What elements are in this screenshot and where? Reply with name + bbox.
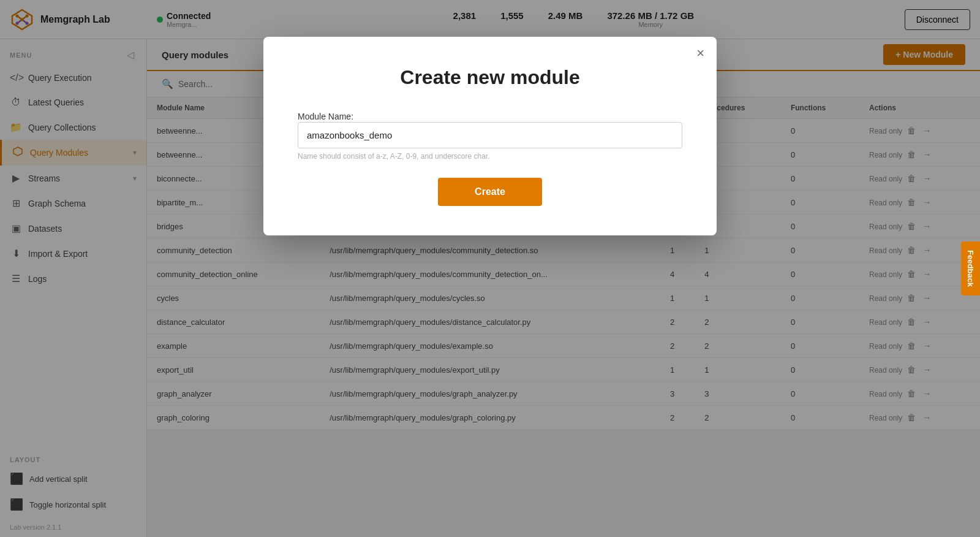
module-name-hint: Name should consist of a-z, A-Z, 0-9, an… [298,152,682,161]
modal-overlay: × Create new module Module Name: Name sh… [0,0,980,537]
module-name-label: Module Name: [298,112,353,121]
create-module-modal: × Create new module Module Name: Name sh… [263,37,717,235]
feedback-button[interactable]: Feedback [961,242,980,295]
create-module-button[interactable]: Create [438,178,542,206]
modal-title: Create new module [298,66,682,89]
modal-close-button[interactable]: × [696,47,704,60]
module-name-input[interactable] [298,122,682,148]
